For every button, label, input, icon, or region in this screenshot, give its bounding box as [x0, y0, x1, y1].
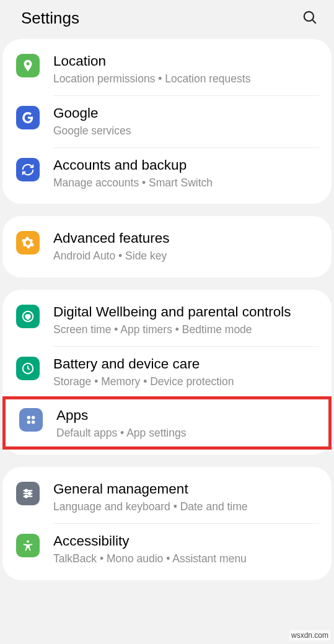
settings-item-title: Digital Wellbeing and parental controls: [53, 303, 318, 321]
page-title: Settings: [21, 9, 79, 28]
settings-item-accessibility[interactable]: AccessibilityTalkBack • Mono audio • Ass…: [2, 524, 332, 575]
settings-item-title: Accounts and backup: [53, 157, 318, 174]
apps-icon: [19, 408, 43, 432]
google-icon: [16, 106, 40, 129]
settings-item-accounts-and-backup[interactable]: Accounts and backupManage accounts • Sma…: [2, 148, 332, 199]
settings-item-subtitle: Default apps • App settings: [56, 426, 315, 441]
settings-item-subtitle: Manage accounts • Smart Switch: [53, 176, 318, 191]
svg-point-6: [27, 420, 31, 424]
settings-group: Advanced featuresAndroid Auto • Side key: [2, 216, 332, 277]
svg-point-9: [25, 490, 27, 492]
backup-icon: [16, 158, 40, 181]
watermark: wsxdn.com: [289, 630, 330, 640]
settings-item-subtitle: Android Auto • Side key: [53, 249, 318, 264]
settings-item-text: Digital Wellbeing and parental controlsS…: [53, 303, 318, 337]
settings-item-text: GoogleGoogle services: [53, 105, 318, 139]
settings-item-text: AppsDefault apps • App settings: [56, 407, 315, 441]
svg-point-13: [25, 495, 27, 498]
svg-point-4: [27, 416, 31, 419]
settings-group: Digital Wellbeing and parental controlsS…: [2, 290, 332, 455]
settings-item-title: Google: [53, 105, 318, 122]
search-icon: [302, 9, 318, 25]
settings-item-advanced-features[interactable]: Advanced featuresAndroid Auto • Side key: [2, 221, 332, 272]
wellbeing-icon: [16, 305, 40, 328]
settings-item-google[interactable]: GoogleGoogle services: [2, 96, 332, 147]
settings-item-subtitle: Language and keyboard • Date and time: [53, 500, 318, 515]
settings-group: LocationLocation permissions • Location …: [2, 39, 332, 204]
sliders-icon: [16, 482, 40, 505]
svg-point-14: [27, 541, 29, 543]
search-button[interactable]: [302, 9, 318, 28]
svg-point-7: [32, 420, 35, 424]
settings-item-text: Battery and device careStorage • Memory …: [53, 355, 318, 389]
settings-item-title: Apps: [56, 407, 315, 424]
settings-header: Settings: [0, 0, 334, 39]
settings-item-general-management[interactable]: General managementLanguage and keyboard …: [2, 472, 332, 523]
location-icon: [16, 54, 40, 77]
settings-item-subtitle: Location permissions • Location requests: [53, 72, 318, 87]
settings-item-subtitle: TalkBack • Mono audio • Assistant menu: [53, 552, 318, 567]
settings-item-digital-wellbeing-and-parental-controls[interactable]: Digital Wellbeing and parental controlsS…: [2, 295, 332, 346]
settings-item-text: LocationLocation permissions • Location …: [53, 53, 318, 87]
settings-item-title: Location: [53, 53, 318, 70]
settings-item-subtitle: Google services: [53, 124, 318, 139]
gear-icon: [16, 231, 40, 255]
settings-item-title: Advanced features: [53, 230, 318, 247]
settings-item-title: General management: [53, 481, 318, 498]
settings-item-text: Accounts and backupManage accounts • Sma…: [53, 157, 318, 191]
svg-point-0: [304, 11, 314, 20]
a11y-icon: [16, 534, 40, 557]
settings-item-title: Battery and device care: [53, 355, 318, 373]
settings-item-apps[interactable]: AppsDefault apps • App settings: [2, 396, 332, 450]
settings-item-location[interactable]: LocationLocation permissions • Location …: [2, 44, 332, 95]
svg-point-11: [29, 492, 31, 495]
settings-item-subtitle: Storage • Memory • Device protection: [53, 375, 318, 389]
svg-point-5: [32, 416, 35, 419]
settings-group: General managementLanguage and keyboard …: [2, 467, 332, 580]
svg-line-1: [312, 20, 315, 23]
settings-item-title: Accessibility: [53, 533, 318, 550]
settings-item-subtitle: Screen time • App timers • Bedtime mode: [53, 323, 318, 337]
settings-item-text: General managementLanguage and keyboard …: [53, 481, 318, 515]
battery-icon: [16, 357, 40, 380]
settings-item-text: Advanced featuresAndroid Auto • Side key: [53, 230, 318, 264]
settings-item-text: AccessibilityTalkBack • Mono audio • Ass…: [53, 533, 318, 567]
settings-item-battery-and-device-care[interactable]: Battery and device careStorage • Memory …: [2, 347, 332, 398]
